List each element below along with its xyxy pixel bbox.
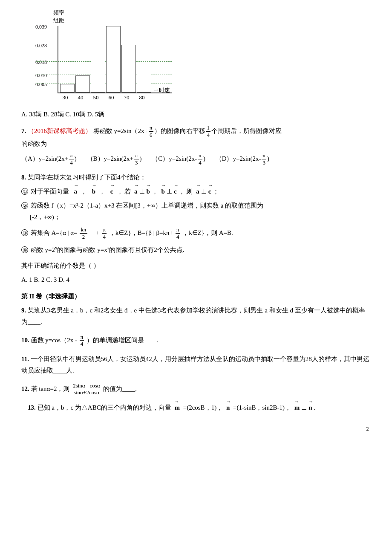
- q10-section: 10. 函数 y=cos（2x - π4 ）的单调递增区间是____.: [21, 334, 371, 347]
- q10-text: 函数 y=cos（2x -: [31, 336, 79, 343]
- x-label-50: 50: [88, 94, 104, 101]
- y-tick-0010: 0.010: [35, 72, 47, 79]
- item3-text: 若集合 A={α | α=: [31, 229, 78, 236]
- q8-options: A. 1 B. 2 C. 3 D. 4: [21, 274, 371, 286]
- q7-stem-cont: 的函数为: [21, 138, 371, 150]
- q8-item2: ② 若函数 f（x）=x²-2（1-a）x+3 在区间[3，+∞）上单调递增，则…: [21, 200, 371, 211]
- item3-kZ: ，k∈Z}，B={β | β=kπ+: [109, 229, 173, 236]
- vec-m2: m: [294, 402, 300, 413]
- bar-6: [137, 62, 151, 92]
- q8-number: 8.: [21, 174, 26, 181]
- q9-text: 某班从3名男生 a，b，c 和2名女生 d，e 中任选3名代表参加学校的演讲比赛…: [21, 307, 365, 325]
- q7-pi-frac: π6: [148, 127, 154, 134]
- x-label-30: 30: [58, 94, 73, 101]
- q13-m-val: =(2cosB，1)，: [183, 404, 223, 411]
- section2-heading: 第 II 卷（非选择题）: [21, 292, 371, 301]
- q8-conclusion-text: 其中正确结论的个数是（ ）: [21, 262, 100, 269]
- q12-frac: 2sinα - cosα sinα+2cosα: [72, 382, 101, 396]
- vec-m: m: [174, 402, 180, 413]
- item3-kZ2: ，k∈Z}，则 A=B.: [182, 229, 233, 236]
- q12-number: 12.: [21, 385, 29, 392]
- page-number: -2-: [364, 425, 371, 432]
- q7-option-a: （A）y=2sin(2x+π4): [21, 152, 77, 166]
- x-axis-arrow: →: [153, 87, 159, 93]
- x-label-40: 40: [73, 94, 88, 101]
- q10-number: 10.: [21, 336, 29, 343]
- q13-text: 已知 a，b，c 为△ABC的三个内角的对边，向量: [37, 404, 171, 411]
- frequency-chart: 频率 组距 0.039 0.028 0.018 0.0: [34, 26, 172, 101]
- q7-stem3: 个周期后，所得图像对应: [211, 127, 282, 134]
- q12-section: 12. 若 tanα=2，则 2sinα - cosα sinα+2cosα 的…: [21, 382, 371, 396]
- y-tick-0018: 0.018: [35, 59, 47, 66]
- item1-num: ①: [21, 188, 28, 195]
- q11-section: 11. 一个田径队中有男运动员56人，女运动员42人，用分层抽样方法从全队的运动…: [21, 353, 371, 376]
- q9-section: 9. 某班从3名男生 a，b，c 和2名女生 d，e 中任选3名代表参加学校的演…: [21, 305, 371, 328]
- bar-4: [106, 26, 121, 92]
- item4-text: 函数 y=2x的图象与函数 y=x²的图象有且仅有2个公共点.: [31, 246, 184, 253]
- q7-number: 7.: [21, 127, 26, 134]
- q8-item3: ③ 若集合 A={α | α= kπ2 + π4 ，k∈Z}，B={β | β=…: [21, 226, 371, 240]
- q9-number: 9.: [21, 307, 26, 314]
- q7-options: （A）y=2sin(2x+π4) （B）y=2sin(2x+π3) （C）y=2…: [21, 152, 371, 166]
- q10-frac: π4: [80, 334, 84, 347]
- q8-stem: 某同学在期末复习时得到了下面4个结论：: [28, 174, 146, 181]
- bar-2: [75, 75, 90, 92]
- q7-option-c: （C）y=2sin(2x-π4): [152, 152, 205, 166]
- item4-num: ④: [21, 246, 28, 253]
- page-num-area: -2-: [21, 419, 371, 432]
- x-label-70: 70: [119, 94, 134, 101]
- q7-option-b: （B）y=2sin(2x+π3): [87, 152, 142, 166]
- q7-stem: 将函数 y=2sin（2x+: [93, 127, 148, 134]
- vec-b3: b: [161, 186, 165, 197]
- bar-3: [91, 45, 105, 92]
- vec-a3: a: [196, 186, 199, 197]
- vec-c3: c: [208, 186, 211, 197]
- vec-a2: a: [134, 186, 138, 197]
- item3-num: ③: [21, 229, 28, 236]
- y-tick-0039: 0.039: [35, 24, 47, 30]
- q7-shift-frac: 14: [206, 124, 211, 138]
- item2-text: 若函数 f（x）=x²-2（1-a）x+3 在区间[3，+∞）上单调递增，则实数…: [31, 202, 263, 209]
- q7-section: 7. （2016新课标高考题） 将函数 y=2sin（2x+π6）的图像向右平移…: [21, 124, 371, 166]
- item3-plus: +: [89, 229, 99, 236]
- q6-answer-text: A. 38辆 B. 28辆 C. 10辆 D. 5辆: [21, 111, 104, 118]
- q8-section: 8. 某同学在期末复习时得到了下面4个结论： ① 对于平面向量 a， b， c，…: [21, 172, 371, 285]
- q12-text: 若 tanα=2，则: [31, 385, 70, 392]
- q11-number: 11.: [21, 356, 29, 362]
- q7-source: （2016新课标高考题）: [28, 127, 92, 134]
- vec-b: b: [92, 186, 95, 197]
- q13-number: 13.: [21, 404, 36, 411]
- bar-1: [60, 84, 75, 92]
- q13-n-val: =(1-sinB，sin2B-1)，: [233, 404, 291, 411]
- item1-cond: 若: [124, 188, 131, 195]
- item2-num: ②: [21, 202, 28, 209]
- x-label-60: 60: [104, 94, 119, 101]
- q8-item2-range: [-2，+∞)；: [30, 211, 371, 223]
- vec-c: c: [110, 186, 113, 197]
- vec-b2: b: [147, 186, 150, 197]
- item3-kpi2: kπ2: [80, 226, 87, 240]
- vec-a: a: [74, 186, 78, 197]
- q13-section: 13. 已知 a，b，c 为△ABC的三个内角的对边，向量 m =(2cosB，…: [21, 402, 371, 413]
- item3-pi4b: π4: [176, 226, 180, 240]
- item3-pi4: π4: [102, 226, 107, 240]
- vec-n2: n: [308, 402, 312, 413]
- y-tick-0028: 0.028: [35, 43, 47, 49]
- q8-item1: ① 对于平面向量 a， b， c， 若 a⊥b， b⊥c， 则 a⊥c；: [21, 186, 371, 197]
- vec-c2: c: [174, 186, 177, 197]
- x-axis-end-label: 时速: [159, 87, 170, 94]
- q10-text2: ）的单调递增区间是____.: [86, 336, 159, 343]
- q12-text2: 的值为____.: [103, 385, 137, 392]
- q8-item4: ④ 函数 y=2x的图象与函数 y=x²的图象有且仅有2个公共点.: [21, 244, 371, 256]
- x-label-80: 80: [134, 94, 150, 101]
- q6-answers: A. 38辆 B. 28辆 C. 10辆 D. 5辆: [21, 109, 371, 120]
- q8-conclusion: 其中正确结论的个数是（ ）: [21, 260, 371, 272]
- top-divider: [21, 13, 371, 13]
- y-axis-label: 频率 组距: [53, 9, 64, 24]
- item1-conclude: 则: [186, 188, 193, 195]
- vec-n: n: [226, 402, 230, 413]
- q11-text: 一个田径队中有男运动员56人，女运动员42人，用分层抽样方法从全队的运动员中抽取…: [21, 356, 369, 374]
- y-tick-0005: 0.005: [35, 81, 47, 88]
- q7-stem2: ）的图像向右平移: [154, 127, 205, 134]
- q7-option-d: （D）y=2sin(2x-π3): [216, 152, 269, 166]
